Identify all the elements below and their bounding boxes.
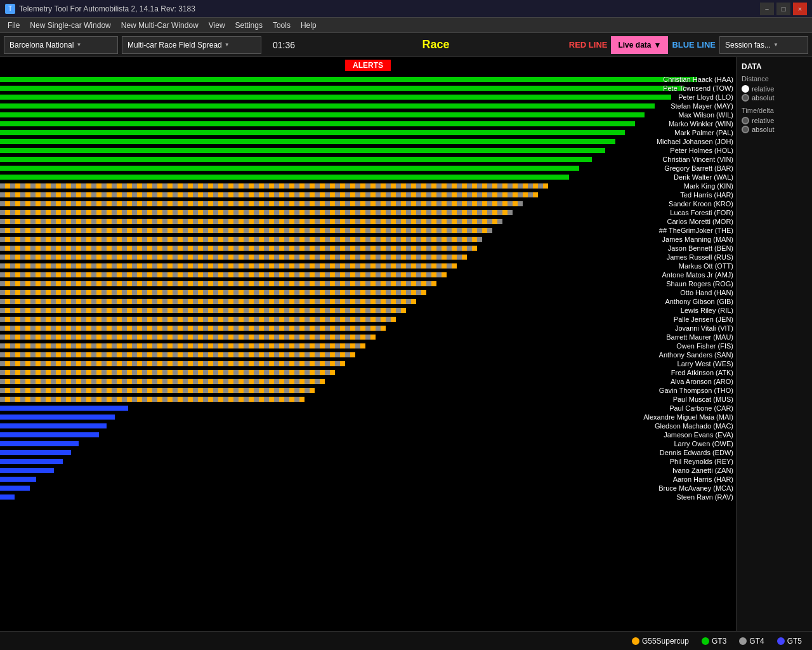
menubar-item-settings[interactable]: Settings	[230, 20, 268, 31]
session-label: Session fas...	[725, 41, 771, 50]
driver-name: Markus Ott (OTT)	[679, 262, 733, 270]
app-icon: T	[5, 4, 15, 14]
window-title: Telemetry Tool For Automobilista 2, 14.1…	[19, 4, 760, 13]
driver-name: Palle Jensen (JEN)	[674, 315, 733, 323]
driver-row: Gregory Barrett (BAR)	[0, 164, 736, 172]
driver-row: Marko Winkler (WIN)	[0, 119, 736, 128]
driver-row: Barrett Maurer (MAU)	[0, 333, 736, 341]
driver-name: Fred Atkinson (ATK)	[671, 369, 733, 376]
menubar-item-new-multi-car-window[interactable]: New Multi-Car Window	[116, 20, 204, 31]
driver-row: Larry Owen (OWE)	[0, 439, 736, 448]
track-selector[interactable]: Barcelona National ▼	[4, 36, 118, 54]
window-controls: − □ ×	[760, 3, 807, 15]
track-arrow-icon: ▼	[76, 42, 81, 48]
distance-relative-row[interactable]: relative	[742, 85, 807, 93]
legend-label: GT3	[712, 637, 726, 646]
driver-name: Anthony Gibson (GIB)	[665, 298, 733, 305]
menubar-item-view[interactable]: View	[204, 20, 230, 31]
driver-row: Derik Walter (WAL)	[0, 173, 736, 181]
distance-relative-radio[interactable]	[742, 85, 749, 93]
driver-row: Peter Lloyd (LLO)	[0, 93, 736, 101]
menubar: FileNew Single-car WindowNew Multi-Car W…	[0, 18, 812, 33]
driver-row: Larry West (WES)	[0, 359, 736, 368]
track-label: Barcelona National	[10, 41, 74, 50]
driver-row: Jason Bennett (BEN)	[0, 244, 736, 252]
view-selector[interactable]: Multi-car Race Field Spread ▼	[122, 36, 261, 54]
driver-row: Lucas Foresti (FOR)	[0, 208, 736, 216]
time-absolute-row[interactable]: absolut	[742, 126, 807, 133]
driver-name: Max Wilson (WIL)	[678, 111, 733, 119]
time-relative-label: relative	[752, 117, 774, 124]
driver-name: Ted Harris (HAR)	[680, 191, 733, 199]
distance-relative-label: relative	[752, 85, 774, 93]
distance-absolute-row[interactable]: absolut	[742, 94, 807, 102]
driver-name: Paul Muscat (MUS)	[673, 395, 733, 403]
driver-row: Phil Reynolds (REY)	[0, 457, 736, 465]
driver-name: Alexandre Miguel Maia (MAI)	[643, 413, 733, 421]
driver-row: Aaron Harris (HAR)	[0, 475, 736, 483]
close-button[interactable]: ×	[793, 3, 807, 15]
driver-row: Anthony Sanders (SAN)	[0, 350, 736, 359]
legend-dot	[777, 637, 785, 645]
driver-name: Bruce McAvaney (MCA)	[658, 484, 733, 492]
distance-absolute-radio[interactable]	[742, 94, 749, 102]
driver-row: James Russell (RUS)	[0, 253, 736, 261]
driver-row: Sander Kroon (KRO)	[0, 199, 736, 208]
titlebar: T Telemetry Tool For Automobilista 2, 14…	[0, 0, 812, 18]
session-arrow-icon: ▼	[773, 42, 778, 48]
driver-name: Marko Winkler (WIN)	[669, 120, 733, 128]
driver-name: Antone Matos Jr (AMJ)	[662, 271, 733, 279]
driver-name: Derik Walter (WAL)	[674, 173, 733, 181]
time-relative-radio[interactable]	[742, 117, 749, 124]
driver-name: Stefan Mayer (MAY)	[671, 102, 733, 110]
driver-row: Christian Vincent (VIN)	[0, 155, 736, 163]
driver-row: Ivano Zanetti (ZAN)	[0, 466, 736, 474]
driver-name: Pete Townsend (TOW)	[663, 84, 733, 92]
right-sidebar: DATA Distance relative absolut Time/delt…	[736, 57, 812, 631]
driver-name: Larry West (WES)	[678, 360, 733, 368]
blue-line-label: BLUE LINE	[672, 40, 716, 50]
driver-name: Owen Fisher (FIS)	[676, 342, 733, 350]
menubar-item-help[interactable]: Help	[296, 20, 322, 31]
menubar-item-new-single-car-window[interactable]: New Single-car Window	[25, 20, 115, 31]
driver-name: James Russell (RUS)	[667, 253, 733, 261]
driver-row: Anthony Gibson (GIB)	[0, 297, 736, 305]
menubar-item-tools[interactable]: Tools	[268, 20, 296, 31]
driver-row: Michael Johansen (JOH)	[0, 137, 736, 145]
driver-name: Larry Owen (OWE)	[674, 440, 733, 448]
chart-area: ALERTS Christian Haack (HAA)Pete Townsen…	[0, 57, 736, 631]
legend-item-g55supercup: G55Supercup	[632, 637, 689, 646]
legend-dot	[632, 637, 639, 645]
driver-row: Lewis Riley (RIL)	[0, 306, 736, 314]
driver-row: Paul Muscat (MUS)	[0, 395, 736, 403]
driver-name: Gavin Thompson (THO)	[659, 387, 733, 394]
maximize-button[interactable]: □	[776, 3, 790, 15]
legend-item-gt3: GT3	[702, 637, 726, 646]
driver-row: Gledson Machado (MAC)	[0, 421, 736, 430]
time-absolute-radio[interactable]	[742, 126, 749, 133]
live-data-button[interactable]: Live data ▼	[611, 36, 668, 54]
driver-row: Alexandre Miguel Maia (MAI)	[0, 413, 736, 421]
driver-name: Christian Haack (HAA)	[663, 76, 733, 83]
driver-name: Phil Reynolds (REY)	[670, 458, 733, 465]
view-arrow-icon: ▼	[225, 42, 230, 48]
time-relative-row[interactable]: relative	[742, 117, 807, 124]
driver-name: Jovanni Vitali (VIT)	[675, 324, 733, 332]
driver-name: Mark Palmer (PAL)	[674, 129, 733, 136]
menubar-item-file[interactable]: File	[3, 20, 25, 31]
driver-name: Alva Aronson (ARO)	[671, 378, 733, 385]
driver-row: Antone Matos Jr (AMJ)	[0, 270, 736, 279]
driver-row: Jameson Evans (EVA)	[0, 430, 736, 439]
timedelta-section: Time/delta relative absolut	[742, 107, 807, 133]
driver-name: Peter Lloyd (LLO)	[678, 93, 733, 101]
driver-name: Paul Carbone (CAR)	[669, 404, 733, 412]
driver-name: Otto Hand (HAN)	[680, 289, 733, 296]
session-selector[interactable]: Session fas... ▼	[719, 36, 808, 54]
session-type-label: Race	[306, 38, 565, 51]
timedelta-label: Time/delta	[742, 107, 807, 114]
distance-label: Distance	[742, 75, 807, 83]
minimize-button[interactable]: −	[760, 3, 774, 15]
driver-row: Christian Haack (HAA)	[0, 75, 736, 83]
driver-name: Anthony Sanders (SAN)	[659, 351, 733, 359]
driver-row: Otto Hand (HAN)	[0, 288, 736, 296]
